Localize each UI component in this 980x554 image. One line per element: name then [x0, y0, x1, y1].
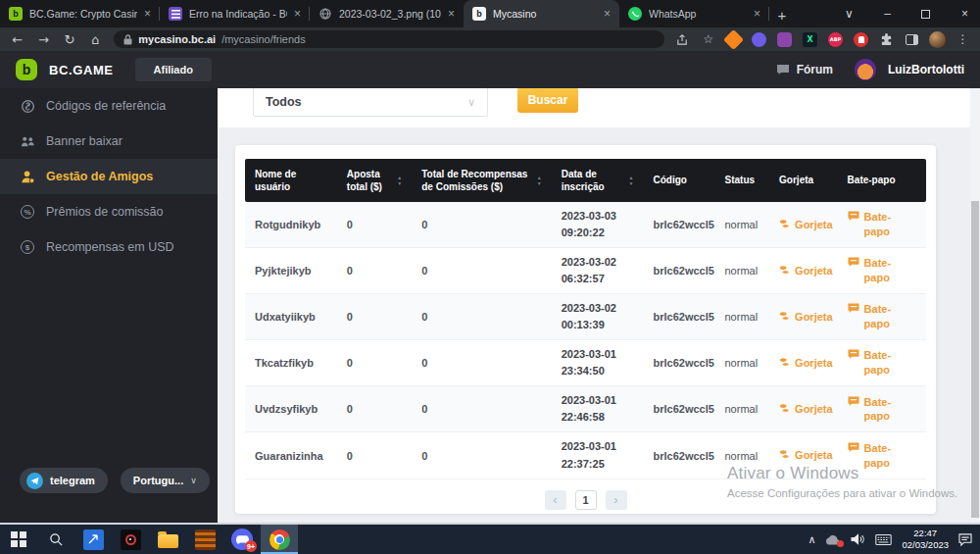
tip-link[interactable]: Gorjeta [779, 402, 828, 417]
start-button[interactable] [0, 525, 37, 554]
taskbar-game-app[interactable] [112, 525, 149, 554]
list-favicon [169, 7, 182, 21]
window-maximize-button[interactable] [921, 10, 930, 19]
cell-bet-total: 0 [337, 444, 412, 468]
action-center-icon[interactable] [958, 533, 972, 546]
cell-bet-total: 0 [337, 397, 412, 421]
tab-mycasino-active[interactable]: b Mycasino × [464, 0, 619, 27]
tab-close-icon[interactable]: × [604, 7, 611, 21]
sidebar-item-commission-prizes[interactable]: % Prêmios de comissão [0, 194, 218, 229]
sidebar-item-referral-codes[interactable]: Códigos de referência [0, 88, 218, 124]
taskbar-file-explorer[interactable] [149, 525, 186, 554]
cell-signup-date: 2023-03-0122:46:58 [552, 386, 644, 431]
chevron-down-icon[interactable]: ∨ [845, 7, 854, 21]
taskbar-amd-app[interactable] [74, 525, 112, 554]
tab-png-image[interactable]: 2023-03-02_3.png (1024×76 × [310, 0, 464, 27]
tab-close-icon[interactable]: × [144, 7, 151, 21]
tab-bcgame-casino[interactable]: b BC.Game: Crypto Casino Gan × [0, 0, 160, 27]
cell-code: brlc62wccl5 [644, 397, 715, 421]
user-avatar[interactable] [855, 59, 876, 80]
window-close-button[interactable]: × [961, 7, 968, 21]
error-dot [837, 540, 844, 547]
sidebar-item-usd-rewards[interactable]: $ Recompensas em USD [0, 229, 218, 265]
tab-close-icon[interactable]: × [754, 7, 760, 21]
tip-link[interactable]: Gorjeta [779, 448, 828, 463]
language-selector[interactable]: Portugu... ∨ [121, 468, 210, 493]
tray-chevron-up-icon[interactable]: ∧ [808, 533, 815, 546]
sidebar-item-banner-download[interactable]: Banner baixar [0, 124, 218, 159]
url-bar[interactable]: mycasino.bc.ai/mycasino/friends [114, 30, 664, 48]
adblock-extension-icon[interactable]: ABP [824, 29, 847, 49]
taskbar-discord-app[interactable]: 9+ [223, 525, 261, 554]
tip-link[interactable]: Gorjeta [779, 356, 828, 371]
pagination: ‹ 1 › [245, 490, 926, 510]
cell-chat: Bate-papo [838, 342, 926, 383]
chat-link[interactable]: Bate-papo [848, 441, 916, 471]
cell-bet-total: 0 [337, 305, 412, 328]
sort-control[interactable]: ▲▼ [537, 176, 542, 186]
taskbar-orange-app[interactable] [186, 525, 223, 554]
back-icon[interactable]: ← [6, 32, 29, 47]
filter-bar: Todos ∨ Buscar [218, 88, 970, 127]
tab-close-icon[interactable]: × [448, 7, 455, 21]
tip-link[interactable]: Gorjeta [779, 310, 828, 325]
cell-signup-date: 2023-03-0123:34:50 [552, 340, 644, 385]
forum-link[interactable]: Fórum [776, 63, 833, 76]
tip-link[interactable]: Gorjeta [779, 264, 828, 278]
tab-whatsapp[interactable]: WhatsApp × [619, 0, 769, 27]
sort-control[interactable]: ▲▼ [629, 176, 634, 186]
chrome-icon [270, 529, 290, 550]
sort-control[interactable]: ▲▼ [397, 176, 402, 186]
filter-select[interactable]: Todos ∨ [253, 88, 488, 117]
page-scrollbar[interactable] [970, 88, 980, 523]
share-icon[interactable] [671, 29, 694, 49]
chat-link[interactable]: Bate-papo [848, 302, 916, 331]
bcgame-logo[interactable]: b [16, 59, 37, 80]
metamask-extension-icon[interactable] [722, 29, 745, 49]
col-bet-total: Aposta total ($) ▲▼ [337, 162, 412, 200]
kebab-menu-icon[interactable]: ⋮ [952, 29, 974, 49]
volume-icon[interactable] [851, 533, 865, 545]
telegram-button[interactable]: telegram [20, 468, 108, 493]
current-page[interactable]: 1 [575, 490, 597, 510]
cell-signup-date: 2023-03-0206:32:57 [552, 248, 644, 293]
forward-icon[interactable]: → [32, 32, 56, 47]
next-page-button[interactable]: › [606, 490, 627, 510]
taskbar-chrome-active[interactable] [261, 525, 298, 554]
new-tab-button[interactable]: + [769, 2, 795, 27]
purple-extension-icon[interactable] [748, 29, 770, 49]
chat-link[interactable]: Bate-papo [848, 210, 916, 239]
extensions-puzzle-icon[interactable] [875, 29, 898, 49]
bookmark-star-icon[interactable]: ☆ [697, 29, 719, 49]
sidebar-item-friends-management[interactable]: Gestão de Amigos [0, 159, 218, 194]
tab-close-icon[interactable]: × [294, 7, 301, 21]
cell-signup-date: 2023-03-0309:20:22 [552, 202, 644, 247]
green-x-extension-icon[interactable]: X [799, 29, 821, 49]
home-icon[interactable]: ⌂ [84, 32, 108, 47]
taskbar-clock[interactable]: 22:47 02/03/2023 [902, 528, 949, 552]
cell-status: normal [715, 259, 770, 282]
user-name[interactable]: LuizBortolotti [888, 63, 964, 76]
window-minimize-button[interactable]: – [884, 7, 891, 21]
chat-bubble-icon [848, 303, 859, 314]
scrollbar-thumb[interactable] [971, 201, 979, 518]
touch-keyboard-icon[interactable] [875, 534, 892, 545]
browser-profile-avatar[interactable] [926, 29, 949, 49]
friends-table: Nome de usuário Aposta total ($) ▲▼ Tota… [245, 159, 926, 510]
tab-title: BC.Game: Crypto Casino Gan [29, 8, 137, 20]
tab-erro-indicacao[interactable]: Erro na Indicação - BC.Game × [160, 0, 310, 27]
affiliate-button[interactable]: Afiliado [135, 58, 212, 81]
chat-link[interactable]: Bate-papo [848, 256, 916, 285]
tip-link[interactable]: Gorjeta [779, 218, 828, 232]
taskbar-search-button[interactable] [37, 525, 74, 554]
search-button[interactable]: Buscar [517, 88, 578, 113]
side-panel-icon[interactable] [901, 29, 923, 49]
chat-link[interactable]: Bate-papo [848, 348, 916, 378]
purple2-extension-icon[interactable] [773, 29, 796, 49]
chat-link[interactable]: Bate-papo [848, 395, 916, 425]
reload-icon[interactable]: ↻ [58, 32, 81, 47]
prev-page-button[interactable]: ‹ [545, 490, 566, 510]
tray-app-icon[interactable] [825, 534, 841, 545]
tab-title: Erro na Indicação - BC.Game [189, 8, 287, 20]
red-hand-extension-icon[interactable] [850, 29, 872, 49]
